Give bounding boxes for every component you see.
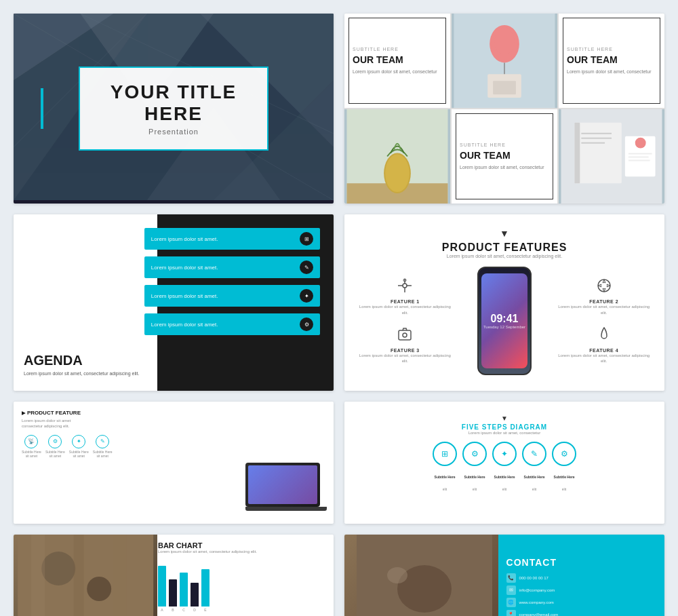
team-grid: SUBTITLE HERE OUR TEAM Lorem ipsum dolor…: [344, 14, 664, 204]
laptop-image: [245, 463, 327, 517]
bar-2: [169, 579, 177, 607]
laptop-screen: [248, 465, 317, 504]
contact-item-3: 🌐 www.company.com: [506, 598, 656, 607]
bc-subtitle: Lorem ipsum dolor sit amet, consectetur …: [158, 550, 327, 554]
agenda-item-4: 04 Lorem ipsum dolor sit amet. ⚙: [128, 313, 320, 335]
svg-rect-14: [493, 81, 516, 94]
features-header: ▼ PRODUCT FEATURES Lorem ipsum dolor sit…: [358, 228, 651, 258]
pf-desc: Lorem ipsum dolor sit amet consectetur a…: [22, 418, 89, 429]
svg-rect-21: [574, 123, 580, 183]
teal-accent-bar: [41, 88, 43, 129]
pf-arrow: ▶: [22, 410, 25, 416]
agenda-text-4: Lorem ipsum dolor sit amet.: [151, 322, 218, 328]
phone-image: 09:41 Tuesday 12 September: [458, 267, 552, 375]
slide-team-grid: SUBTITLE HERE OUR TEAM Lorem ipsum dolor…: [344, 14, 664, 204]
agenda-icon-4: ⚙: [300, 317, 313, 331]
contact-email: info@company.com: [519, 588, 555, 592]
border-frame-5: [456, 113, 553, 199]
pf-title-text: PRODUCT FEATURE: [27, 410, 81, 416]
web-icon: 🌐: [506, 598, 516, 607]
five-steps-subtitle: Lorem ipsum dolor sit amet, consectetur: [354, 431, 655, 435]
phone-date: Tuesday 12 September: [483, 325, 525, 329]
feature-3: FEATURE 3 Lorem ipsum dolor sit amet, co…: [358, 326, 452, 364]
feature-2-icon: [557, 277, 651, 297]
agenda-icon-3: ✦: [300, 289, 313, 303]
steps-circles: ⊞ ⚙ ✦ ✎ ⚙: [354, 442, 655, 466]
bar-label-5: E: [204, 608, 206, 612]
contact-title: CONTACT: [506, 557, 656, 568]
team-cell-2: [452, 14, 557, 108]
bar-5: [201, 569, 210, 607]
five-steps-header: ▼ FIVE STEPS DIAGRAM Lorem ipsum dolor s…: [354, 411, 655, 435]
team-cell-3: SUBTITLE HERE OUR TEAM Lorem ipsum dolor…: [559, 14, 664, 108]
bar-label-1: A: [161, 608, 163, 612]
agenda-item-3: 03 Lorem ipsum dolor sit amet. ✦: [128, 285, 320, 307]
step-5: ⚙: [552, 442, 576, 466]
svg-rect-28: [629, 157, 649, 158]
pf-icon-2-label: Subtitle Heresit amet: [45, 450, 65, 458]
features-subtitle: Lorem ipsum dolor sit amet, consectetur …: [358, 254, 651, 258]
sl-sub-5: elit: [562, 487, 566, 491]
sl-sub-1: elit: [443, 487, 447, 491]
bar-group-1: A: [158, 566, 166, 612]
phone-mockup: 09:41 Tuesday 12 September: [477, 267, 532, 375]
feature-4: FEATURE 4 Lorem ipsum dolor sit amet, co…: [557, 326, 651, 364]
step-labels: Subtitle Here elit Subtitle Here elit Su…: [354, 469, 655, 493]
bar-4: [191, 583, 199, 607]
team-cell-1: SUBTITLE HERE OUR TEAM Lorem ipsum dolor…: [344, 14, 450, 108]
notebook-image: [559, 109, 664, 204]
agenda-num-2: 02: [128, 264, 140, 271]
feature-4-icon: [557, 326, 651, 346]
phone-icon: 📞: [506, 573, 516, 583]
contact-item-4: 📍 company@email.com: [506, 610, 656, 616]
bar-1: [158, 566, 166, 607]
contact-item-1: 📞 000 00 00 00 17: [506, 573, 656, 583]
pf-icon-1: 📡 Subtitle Heresit amet: [22, 435, 41, 458]
features-right: FEATURE 2 Lorem ipsum dolor sit amet, co…: [557, 277, 651, 364]
pineapple-image: [344, 109, 450, 204]
team-cell-5: SUBTITLE HERE OUR TEAM Lorem ipsum dolor…: [452, 109, 557, 204]
agenda-item-2: 02 Lorem ipsum dolor sit amet. ✎: [128, 256, 320, 278]
pf-heading: ▶ PRODUCT FEATURE: [22, 410, 325, 416]
svg-point-11: [490, 25, 519, 63]
svg-point-36: [41, 552, 75, 585]
feature-2: FEATURE 2 Lorem ipsum dolor sit amet, co…: [557, 277, 651, 315]
pf-circle-4: ✎: [96, 435, 109, 448]
contact-photo: [344, 535, 504, 616]
svg-point-30: [403, 284, 407, 288]
bar-group-4: D: [191, 583, 199, 612]
svg-rect-29: [629, 159, 650, 161]
five-steps-title: FIVE STEPS DIAGRAM: [354, 423, 655, 431]
feature-3-desc: Lorem ipsum dolor sit amet, consectetur …: [358, 353, 452, 364]
pf-icon-1-label: Subtitle Heresit amet: [22, 450, 41, 458]
svg-rect-23: [581, 138, 612, 139]
bar-group-3: C: [180, 573, 188, 612]
slide-title: YOUR TITLE HERE Presentation: [14, 14, 334, 204]
agenda-icon-2: ✎: [300, 261, 313, 274]
feature-1-label: FEATURE 1: [358, 299, 452, 304]
agenda-bar-3: Lorem ipsum dolor sit amet. ✦: [144, 285, 320, 307]
agenda-num-1: 01: [128, 235, 140, 242]
pf-icon-3-label: Subtitle Heresit amet: [69, 450, 89, 458]
step-3: ✦: [492, 442, 517, 466]
arrow-down-icon: ▼: [358, 228, 651, 239]
bar-group-2: B: [169, 579, 177, 612]
bar-chart: A B C D E: [158, 558, 327, 612]
phone-time: 09:41: [491, 313, 519, 325]
svg-point-26: [635, 138, 646, 149]
agenda-num-4: 04: [128, 321, 140, 328]
bc-title: BAR CHART: [158, 541, 327, 550]
step-label-2: Subtitle Here elit: [462, 469, 487, 493]
bc-photo-img: [14, 535, 157, 616]
agenda-text-2: Lorem ipsum dolor sit amet.: [151, 265, 218, 271]
svg-point-34: [598, 280, 610, 292]
svg-point-33: [403, 333, 407, 337]
border-frame: [348, 18, 446, 104]
pf-circle-1: 📡: [24, 435, 38, 448]
features-title: PRODUCT FEATURES: [358, 242, 651, 254]
laptop-base: [245, 507, 327, 511]
slide-five-steps: ▼ FIVE STEPS DIAGRAM Lorem ipsum dolor s…: [344, 402, 664, 524]
agenda-item-1: 01 Lorem ipsum dolor sit amet. ⊞: [128, 228, 320, 250]
agenda-bar-4: Lorem ipsum dolor sit amet. ⚙: [144, 313, 320, 335]
feature-4-label: FEATURE 4: [557, 348, 651, 353]
